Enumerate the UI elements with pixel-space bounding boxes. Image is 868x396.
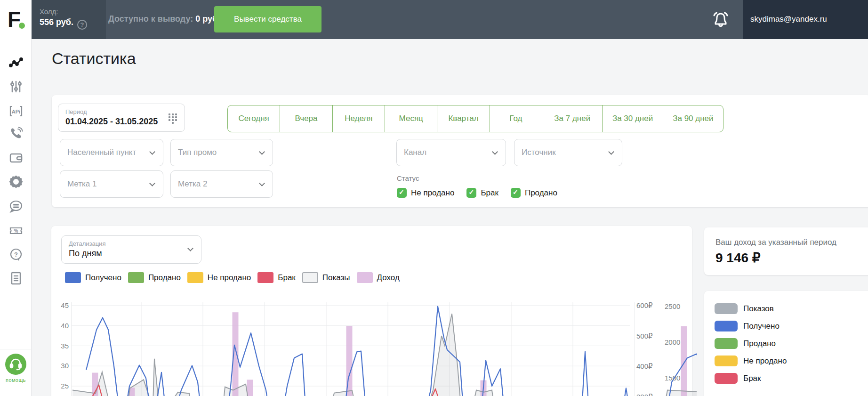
range-button-2[interactable]: Неделя [333,105,385,132]
help-question-icon[interactable]: ? [77,20,87,30]
legend-swatch [302,272,318,283]
dropdown-source-placeholder: Источник [522,148,556,157]
period-field[interactable]: Период 01.04.2025 - 31.05.2025 [58,104,185,132]
svg-text:1500: 1500 [665,374,680,382]
help-support-button[interactable] [5,354,26,375]
sidebar-item-calls[interactable] [9,127,23,141]
svg-text:40: 40 [61,322,69,330]
income-title: Ваш доход за указанный период [715,238,836,247]
status-label: Статус [397,174,419,182]
sidebar-item-api[interactable]: APi [9,104,23,118]
line-chart-icon [9,56,23,70]
totals-legend-item-4: Брак [715,373,868,384]
totals-legend-item-3: Не продано [715,356,868,366]
legend-label: Доход [377,273,400,283]
svg-text:600₽: 600₽ [636,301,653,309]
dropdown-tag1-placeholder: Метка 1 [67,179,96,189]
checkbox-checked-icon[interactable] [466,188,476,198]
totals-legend-label: Получено [743,322,780,331]
top-header: F Холд: 556 руб.? Доступно к выводу: 0 р… [0,0,868,39]
help-label: помощь [0,377,32,383]
chevron-down-icon [187,245,193,251]
filters-panel: Период 01.04.2025 - 31.05.2025 СегодняВч… [52,95,868,207]
sidebar-item-faq[interactable]: ? [9,248,23,262]
chevron-down-icon [149,149,155,155]
chevron-down-icon [259,180,265,186]
totals-legend-item-0: Показов [715,303,868,314]
account-block[interactable]: skydimas@yandex.ru [743,0,868,39]
range-button-8[interactable]: За 90 дней [663,105,723,132]
legend-item-0[interactable]: Получено [65,272,121,283]
headset-icon [5,354,26,375]
sidebar-item-settings[interactable] [9,175,23,189]
svg-text:500₽: 500₽ [636,332,653,340]
dropdown-channel[interactable]: Канал [396,139,506,166]
chevron-down-icon [492,149,498,155]
legend-swatch [65,272,81,283]
dropdown-tag1[interactable]: Метка 1 [60,170,163,198]
range-button-0[interactable]: Сегодня [228,105,280,132]
chart-legend: ПолученоПроданоНе проданоБракПоказыДоход [65,272,400,283]
logo-dot [19,23,25,29]
legend-label: Показы [322,273,350,283]
totals-legend-chip [715,356,738,366]
status-checkboxes: Не продано Брак Продано [397,188,557,198]
legend-label: Продано [148,273,181,283]
legend-swatch [357,272,373,283]
status-sold[interactable]: Продано [511,188,557,198]
dropdown-tag2[interactable]: Метка 2 [170,170,273,198]
logo[interactable]: F [0,0,32,39]
dropdown-promo-type[interactable]: Тип промо [170,139,273,166]
range-button-5[interactable]: Год [490,105,542,132]
sidebar-item-promo[interactable]: % [9,224,23,238]
checkbox-checked-icon[interactable] [397,188,407,198]
range-button-3[interactable]: Месяц [385,105,437,132]
chart-panel: Детализация По дням ПолученоПроданоНе пр… [51,226,692,396]
checkbox-checked-icon[interactable] [511,188,521,198]
legend-item-5[interactable]: Доход [357,272,400,283]
svg-text:400₽: 400₽ [636,362,653,370]
document-icon [9,271,23,285]
detail-level-select[interactable]: Детализация По дням [61,235,201,264]
legend-swatch [128,272,144,283]
sidebar: APi % ? [0,39,32,396]
quick-range-buttons: СегодняВчераНеделяМесяцКварталГодЗа 7 дн… [227,105,723,132]
statistics-chart[interactable]: 4540353025600₽500₽400₽300₽250020001500 [56,299,697,396]
legend-item-1[interactable]: Продано [128,272,181,283]
range-button-6[interactable]: За 7 дней [542,105,603,132]
dropdown-city-placeholder: Населенный пункт [67,148,136,157]
legend-item-4[interactable]: Показы [302,272,350,283]
svg-text:2000: 2000 [665,338,680,346]
dropdown-source[interactable]: Источник [514,139,622,166]
totals-legend-label: Брак [743,374,761,383]
legend-item-3[interactable]: Брак [257,272,296,283]
hold-value: 556 руб.? [40,17,106,30]
withdraw-button[interactable]: Вывести средства [214,6,321,32]
totals-legend-item-2: Продано [715,338,868,349]
status-defect[interactable]: Брак [466,188,498,198]
dropdown-promo-type-placeholder: Тип промо [178,148,217,157]
logo-letter: F [8,7,20,32]
svg-text:300₽: 300₽ [636,393,653,396]
sliders-icon [9,80,23,94]
dropdown-city[interactable]: Населенный пункт [60,139,163,166]
legend-item-2[interactable]: Не продано [187,272,251,283]
svg-text:%: % [14,228,18,234]
sidebar-item-docs[interactable] [9,271,23,285]
legend-label: Получено [85,273,121,283]
chat-icon [9,199,23,213]
bell-icon[interactable] [713,11,729,28]
range-button-4[interactable]: Квартал [437,105,490,132]
chevron-down-icon [608,149,614,155]
range-button-1[interactable]: Вчера [280,105,332,132]
hold-label: Холд: [40,8,106,16]
totals-legend-chip [715,321,738,331]
sidebar-item-messages[interactable] [9,199,23,213]
calendar-icon[interactable] [169,113,178,124]
sidebar-item-wallet[interactable] [9,151,23,165]
sidebar-item-filters[interactable] [9,80,23,94]
range-button-7[interactable]: За 30 дней [603,105,663,132]
svg-text:25: 25 [61,382,69,390]
status-not-sold[interactable]: Не продано [397,188,454,198]
sidebar-item-statistics[interactable] [9,56,23,70]
